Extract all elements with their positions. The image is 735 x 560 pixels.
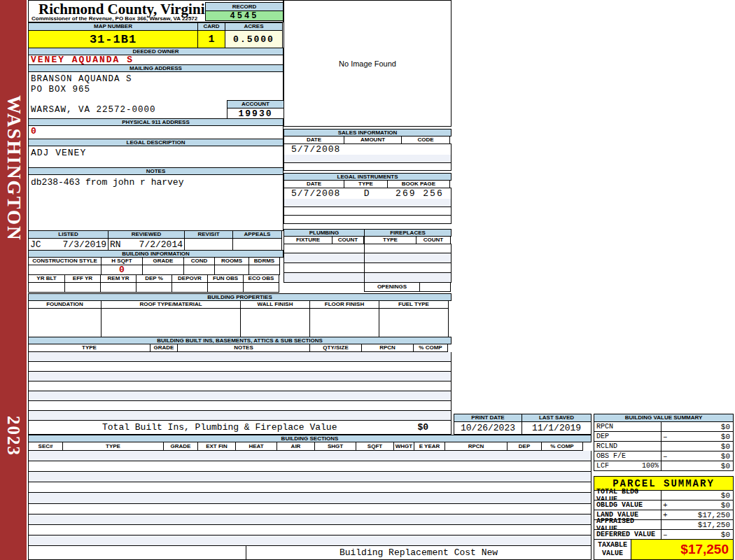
funobs-value — [207, 282, 244, 293]
notes-value: db238-463 from john r harvey — [28, 174, 284, 231]
empty-row — [29, 382, 451, 391]
mailing-line-1: BRANSON AQUANDA S — [31, 74, 132, 84]
reviewed-by: RN — [110, 239, 121, 250]
last-saved-value: 11/1/2019 — [522, 421, 592, 435]
instr-type-value: D — [344, 188, 388, 199]
map-number-value: 31-1B1 — [28, 30, 198, 48]
sales-row-date: 5/7/2008 — [284, 144, 451, 155]
mailing-line-3: WARSAW, VA 22572-0000 — [31, 105, 156, 115]
building-sections-empty-rows — [28, 451, 592, 546]
empty-row — [29, 525, 591, 536]
yrblt-value — [28, 282, 65, 293]
binder-sidebar: WASHINGTON 2023 — [0, 0, 27, 560]
depovr-value — [172, 282, 208, 293]
record-value: 4545 — [205, 10, 284, 21]
print-date-value: 10/26/2023 — [454, 421, 522, 435]
section-extfin-label: EXT FIN — [197, 442, 236, 451]
mailing-address-box: BRANSON AQUANDA S PO BOX 965 WARSAW, VA … — [28, 71, 284, 119]
property-record-card: WASHINGTON 2023 Richmond County, Virgini… — [0, 0, 735, 560]
instruments-empty-rows — [284, 199, 451, 224]
binder-state-label: WASHINGTON — [0, 94, 27, 241]
empty-row — [29, 391, 451, 401]
empty-row — [29, 514, 591, 525]
listed-date: 7/3/2019 — [63, 239, 106, 250]
openings-label: OPENINGS — [364, 282, 420, 292]
section-grade-label: GRADE — [163, 442, 198, 451]
account-box: ACCOUNT 19930 — [227, 100, 284, 120]
appeals-value — [232, 238, 282, 251]
hsqft-value: 0 — [101, 265, 143, 275]
bvs-dep-label: DEP — [596, 433, 609, 440]
reviewed-value: RN 7/2/2014 — [108, 238, 185, 251]
deferred-sign: – — [663, 531, 668, 539]
builtin-notes-label: NOTES — [177, 344, 310, 352]
section-shgt-label: SHGT — [314, 442, 356, 451]
binder-year-label: 2023 — [0, 406, 27, 465]
empty-row — [29, 401, 451, 411]
bvs-rpcn-label: RPCN — [596, 423, 613, 430]
instr-bookpage-value: 269 256 — [388, 188, 451, 199]
section-type-label: TYPE — [62, 442, 164, 451]
bvs-lcf-pct: 100% — [642, 462, 659, 470]
empty-row — [29, 482, 591, 493]
empty-row — [284, 244, 364, 253]
ecoobs-value — [243, 282, 279, 293]
revisit-value — [184, 238, 233, 251]
openings-value — [419, 282, 451, 292]
empty-row — [284, 199, 451, 207]
bvs-obs-value: $0 — [721, 452, 730, 461]
fireplaces-empty-rows — [364, 244, 451, 283]
empty-row — [284, 155, 451, 163]
land-value: $17,250 — [698, 511, 730, 519]
mailing-line-2: PO BOX 965 — [31, 85, 90, 94]
rooms-value — [214, 265, 249, 275]
legal-description-value: ADJ VENEY — [28, 146, 284, 168]
instruments-row: 5/7/2008 D 269 256 — [284, 188, 451, 200]
bvs-dep-value: $0 — [721, 433, 730, 441]
section-dep-label: DEP — [507, 442, 542, 451]
deferred-label: DEFERRED VALUE — [596, 531, 655, 538]
obldg-sign: + — [663, 501, 668, 510]
section-rpcn-label: RPCN — [444, 442, 507, 451]
builtin-rpcn-label: RPCN — [361, 344, 414, 352]
grade-value — [142, 265, 184, 275]
title-block: Richmond County, Virginia Commissioner o… — [28, 0, 284, 22]
builtin-comp-label: % COMP — [413, 344, 448, 352]
appraised-value: $17,250 — [698, 521, 730, 529]
cond-value — [183, 265, 215, 275]
acres-value: 0.5000 — [225, 30, 283, 48]
remyr-value — [100, 282, 136, 293]
empty-row — [365, 263, 451, 273]
empty-row — [284, 273, 364, 282]
bvs-rclnd-value: $0 — [721, 442, 730, 451]
instr-date-value: 5/7/2008 — [284, 188, 344, 199]
deferred-value: $0 — [721, 531, 730, 539]
section-heat-label: HEAT — [235, 442, 277, 451]
builtin-type-label: TYPE — [28, 344, 150, 352]
plumbing-table: PLUMBING FIXTURE COUNT — [284, 229, 365, 283]
bvs-rpcn-value: $0 — [721, 423, 730, 431]
empty-row — [29, 472, 591, 482]
roof-value — [101, 308, 241, 337]
empty-row — [29, 372, 451, 382]
bvs-lcf-value: $0 — [721, 462, 730, 470]
taxable-label: TAXABLE VALUE — [594, 540, 631, 560]
record-box: RECORD 4545 — [205, 2, 284, 22]
empty-row — [284, 163, 451, 171]
empty-row — [284, 253, 364, 263]
section-air-label: AIR — [276, 442, 315, 451]
bvs-obs-label: OBS F/E — [596, 452, 626, 460]
section-whgt-label: WHGT — [393, 442, 414, 451]
card-value: 1 — [197, 30, 225, 48]
sections-footer-spacer — [28, 545, 246, 560]
built-ins-total-value: $0 — [417, 422, 451, 433]
empty-row — [284, 216, 451, 223]
empty-row — [29, 493, 591, 503]
building-value-summary: BUILDING VALUE SUMMARY RPCN $0 DEP –$0 R… — [594, 414, 734, 471]
empty-row — [29, 451, 591, 461]
no-image-text: No Image Found — [339, 59, 396, 68]
sales-empty-rows — [284, 155, 451, 171]
floor-finish-value — [309, 308, 379, 337]
bvs-lcf-label: LCF — [596, 462, 609, 470]
fuel-type-value — [379, 308, 449, 337]
